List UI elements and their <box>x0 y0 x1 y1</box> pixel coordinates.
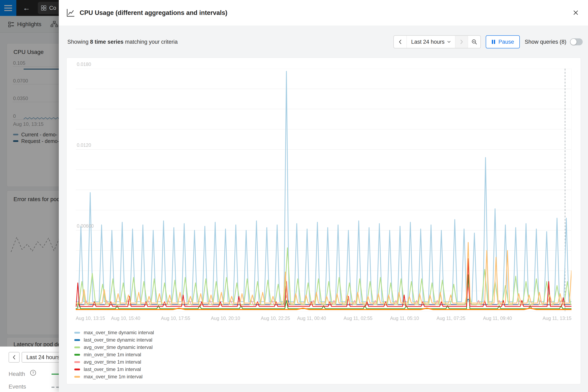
modal-header: CPU Usage (different aggregations and in… <box>59 0 588 26</box>
legend-item-label: max_over_time 1m interval <box>84 374 142 380</box>
x-axis-tick-label: Aug 10, 15:40 <box>111 316 140 321</box>
zoom-out-icon <box>472 39 477 45</box>
y-axis-tick-label: 0.0120 <box>77 142 91 148</box>
zoom-out-button[interactable] <box>468 36 480 48</box>
time-series-chart[interactable] <box>76 68 572 311</box>
chevron-left-icon <box>13 355 16 360</box>
close-icon <box>572 10 579 16</box>
x-axis-tick-label: Aug 10, 17:55 <box>161 316 190 321</box>
x-axis-tick-label: Aug 10, 22:25 <box>261 316 290 321</box>
legend-item-label: last_over_time dynamic interval <box>84 337 152 343</box>
x-axis-tick-label: Aug 10, 13:15 <box>76 316 105 321</box>
series-line-0 <box>76 71 572 302</box>
range-forward-button[interactable] <box>455 36 468 48</box>
y-axis-tick-label: 0.00600 <box>77 223 94 229</box>
events-series-swatch <box>52 387 59 388</box>
arrow-left-icon: ← <box>23 4 30 12</box>
legend-swatch <box>74 346 80 348</box>
app-switcher-label: Co <box>49 5 56 11</box>
show-queries-toggle[interactable] <box>570 38 583 45</box>
help-circle-icon[interactable]: ? <box>30 370 36 377</box>
apps-grid-icon <box>41 5 46 10</box>
x-axis-tick-label: Aug 11, 09:40 <box>483 316 512 321</box>
chevron-down-icon <box>447 41 450 43</box>
legend-item[interactable]: avg_over_time 1m interval <box>74 358 154 366</box>
pause-button-label: Pause <box>498 39 514 45</box>
legend-swatch <box>74 368 80 370</box>
y-axis-tick-label: 0.0180 <box>77 62 91 67</box>
modal-chart-card[interactable]: max_over_time dynamic intervallast_over_… <box>66 58 581 384</box>
line-chart-icon <box>66 8 75 18</box>
x-axis-tick-label: Aug 11, 00:40 <box>297 316 326 321</box>
timeframe-panel: Last 24 hours Health ? Events <box>0 346 59 392</box>
toggle-knob <box>570 39 576 45</box>
legend-item-label: last_over_time 1m interval <box>84 366 141 372</box>
svg-text:?: ? <box>32 371 34 375</box>
x-axis-tick-label: Aug 10, 20:10 <box>211 316 240 321</box>
timeframe-range-button[interactable]: Last 24 hours <box>22 352 59 362</box>
legend-item-label: avg_over_time dynamic interval <box>84 344 153 350</box>
chart-modal: CPU Usage (different aggregations and in… <box>59 0 588 392</box>
legend-item-label: avg_over_time 1m interval <box>84 359 141 365</box>
legend-swatch <box>74 332 80 334</box>
health-series-swatch <box>52 374 59 375</box>
legend-swatch <box>74 376 80 378</box>
modal-title: CPU Usage (different aggregations and in… <box>80 9 227 16</box>
back-button[interactable]: ← <box>20 0 33 16</box>
series-count: 8 time series <box>90 39 124 45</box>
show-queries-control: Show queries (8) <box>525 38 583 45</box>
legend-item[interactable]: min_over_time 1m interval <box>74 351 154 358</box>
legend-item-label: max_over_time dynamic interval <box>84 330 154 336</box>
legend-item-label: min_over_time 1m interval <box>84 352 141 358</box>
x-axis-tick-label: Aug 11, 13:15 <box>542 316 572 321</box>
health-label: Health <box>8 371 25 377</box>
timeframe-back-button[interactable] <box>8 352 20 362</box>
show-queries-label: Show queries (8) <box>525 39 566 45</box>
legend-item[interactable]: avg_over_time dynamic interval <box>74 344 154 351</box>
legend-swatch <box>74 361 80 363</box>
legend-item[interactable]: last_over_time dynamic interval <box>74 336 154 344</box>
legend-swatch <box>74 354 80 356</box>
close-button[interactable] <box>570 7 581 18</box>
time-range-label: Last 24 hours <box>411 39 445 45</box>
series-summary: Showing 8 time series matching your crit… <box>68 39 178 45</box>
x-axis-tick-label: Aug 11, 05:10 <box>390 316 419 321</box>
legend-item[interactable]: last_over_time 1m interval <box>74 366 154 373</box>
pause-icon <box>492 40 496 44</box>
y-axis-tick-label: 0 <box>77 304 80 310</box>
x-axis-tick-label: Aug 11, 07:25 <box>436 316 466 321</box>
chart-legend: max_over_time dynamic intervallast_over_… <box>74 329 154 380</box>
modal-toolbar: Last 24 hours <box>394 35 583 48</box>
chevron-right-icon <box>460 40 463 44</box>
pause-button[interactable]: Pause <box>486 35 520 48</box>
time-range-control: Last 24 hours <box>394 35 481 48</box>
range-back-button[interactable] <box>394 36 406 48</box>
chevron-left-icon <box>399 40 402 44</box>
legend-item[interactable]: max_over_time 1m interval <box>74 373 154 380</box>
time-range-dropdown[interactable]: Last 24 hours <box>406 36 455 48</box>
hamburger-menu-button[interactable] <box>0 0 16 16</box>
events-label: Events <box>8 384 26 390</box>
hamburger-icon <box>4 5 12 6</box>
legend-swatch <box>74 339 80 341</box>
legend-item[interactable]: max_over_time dynamic interval <box>74 329 154 336</box>
x-axis-tick-label: Aug 11, 02:55 <box>344 316 372 321</box>
screen: ← Co Highlights <box>0 0 588 392</box>
